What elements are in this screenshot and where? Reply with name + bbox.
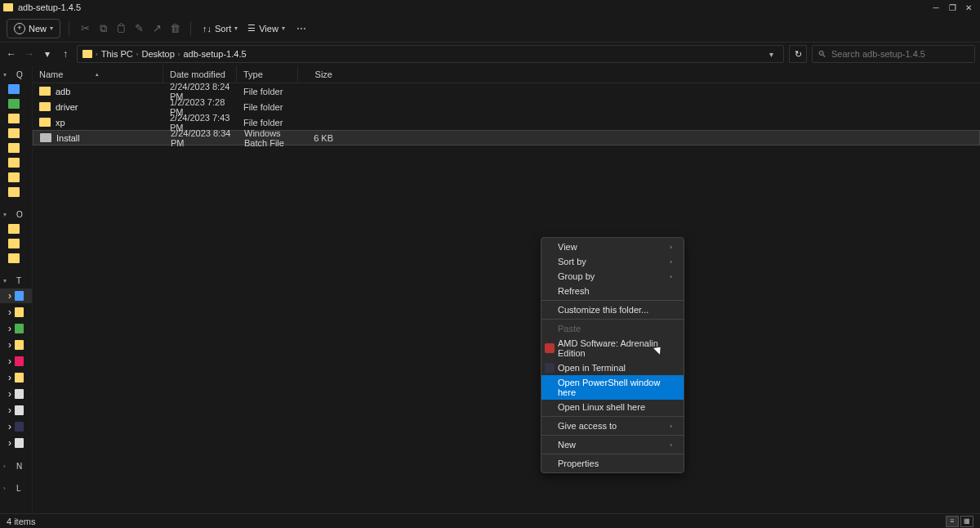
sidebar-item[interactable] [0,141,32,154]
sidebar-item[interactable]: › [0,354,32,369]
close-button[interactable]: ✕ [960,3,977,12]
sidebar-item[interactable] [0,252,32,265]
sort-asc-icon: ▴ [96,71,99,78]
sidebar-network[interactable]: ›N [0,460,32,472]
desktop-icon [15,291,24,301]
sidebar-item[interactable] [0,83,32,96]
forward-button[interactable]: → [23,48,36,60]
menu-group-by[interactable]: Group by› [541,269,684,284]
sidebar-onedrive[interactable]: ▾O [0,208,32,221]
sidebar-item[interactable] [0,171,32,184]
folder-icon [8,253,20,263]
view-button[interactable]: ☰ View ▾ [244,21,288,35]
col-size[interactable]: Size [298,65,339,83]
sidebar-item[interactable] [0,156,32,169]
sidebar-linux[interactable]: ›L [0,482,32,494]
file-row[interactable]: Install2/24/2023 8:34 PMWindows Batch Fi… [33,130,980,145]
cut-icon[interactable]: ✂ [78,21,92,36]
sidebar-this-pc[interactable]: ▾T [0,275,32,287]
sort-button[interactable]: ↑↓ Sort ▾ [199,22,241,35]
menu-sort-by[interactable]: Sort by› [541,254,684,269]
file-name: driver [56,102,78,112]
address-dropdown[interactable]: ▾ [764,50,778,59]
address-bar[interactable]: › This PC › Desktop › adb-setup-1.4.5 ▾ [77,45,784,63]
delete-icon[interactable]: 🗑︎ [167,21,182,36]
sidebar-item[interactable]: › [0,387,32,401]
chevron-right-icon: › [178,51,180,58]
sidebar-quick-access[interactable]: ▾Q [0,69,32,81]
sidebar-item[interactable]: › [0,419,32,434]
folder-icon [39,102,51,111]
recent-button[interactable]: ▾ [41,48,54,60]
maximize-button[interactable]: ❐ [944,3,960,12]
details-view-button[interactable]: ≡ [946,516,959,527]
more-button[interactable]: ⋯ [292,23,312,34]
menu-linux-shell[interactable]: Open Linux shell here [541,400,684,414]
file-type: File folder [237,118,298,128]
copy-icon[interactable]: ⧉ [96,21,110,36]
sidebar-item[interactable]: › [0,403,32,418]
sidebar-item[interactable]: › [0,305,32,320]
sidebar-item[interactable] [0,186,32,199]
file-name: xp [56,118,65,128]
window-title: adb-setup-1.4.5 [18,2,928,12]
status-item-count: 4 items [7,517,35,526]
divider [190,21,191,36]
sidebar-item[interactable]: › [0,370,32,385]
breadcrumb-mid[interactable]: Desktop [141,49,174,59]
menu-paste: Paste [541,321,684,336]
share-icon[interactable]: ↗ [149,21,164,36]
menu-terminal[interactable]: Open in Terminal [541,360,684,375]
nav-bar: ← → ▾ ↑ › This PC › Desktop › adb-setup-… [0,43,980,65]
sort-icon: ↑↓ [203,24,212,34]
menu-view[interactable]: View› [541,239,684,254]
menu-new[interactable]: New› [541,437,684,452]
drive-icon [15,438,24,448]
menu-separator [541,300,684,301]
breadcrumb-leaf[interactable]: adb-setup-1.4.5 [184,49,247,59]
folder-icon [8,128,20,138]
minimize-button[interactable]: ─ [928,3,944,12]
view-icon: ☰ [247,23,256,34]
sidebar-item[interactable]: › [0,321,32,336]
refresh-button[interactable]: ↻ [789,45,807,63]
drive-icon [15,422,24,432]
new-button[interactable]: + New ▾ [7,19,60,38]
sidebar-item[interactable] [0,97,32,110]
menu-separator [541,319,684,320]
file-name: Install [56,133,80,143]
file-type: File folder [237,102,298,112]
file-list-area[interactable]: Name▴ Date modified Type Size adb2/24/20… [33,65,980,513]
sidebar-item[interactable] [0,237,32,250]
context-menu: View› Sort by› Group by› Refresh Customi… [541,237,684,473]
up-button[interactable]: ↑ [59,48,72,60]
menu-amd[interactable]: AMD Software: Adrenalin Edition [541,336,684,360]
col-type[interactable]: Type [237,65,298,83]
batch-file-icon [40,133,51,142]
sidebar-item[interactable] [0,222,32,235]
breadcrumb-root[interactable]: This PC [101,49,133,59]
col-date[interactable]: Date modified [163,65,237,83]
menu-powershell[interactable]: Open PowerShell window here [541,375,684,400]
sidebar-item[interactable]: › [0,289,32,303]
back-button[interactable]: ← [5,48,18,60]
search-input[interactable]: 🔍︎ Search adb-setup-1.4.5 [812,45,975,63]
desktop-icon [8,84,20,94]
chevron-right-icon: › [670,273,672,280]
plus-icon: + [14,23,25,34]
menu-properties[interactable]: Properties [541,456,684,471]
sidebar-item[interactable] [0,127,32,140]
toolbar: + New ▾ ✂ ⧉ 📋︎ ✎ ↗ 🗑︎ ↑↓ Sort ▾ ☰ View ▾… [0,15,980,43]
chevron-right-icon: › [136,51,139,58]
rename-icon[interactable]: ✎ [131,21,146,36]
menu-customize[interactable]: Customize this folder... [541,302,684,317]
sidebar-item[interactable] [0,112,32,125]
folder-icon [15,340,24,350]
large-icons-button[interactable]: ▦ [960,516,973,527]
menu-give-access[interactable]: Give access to› [541,418,684,433]
sidebar-item[interactable]: › [0,436,32,450]
menu-refresh[interactable]: Refresh [541,284,684,298]
col-name[interactable]: Name▴ [33,65,163,83]
paste-icon[interactable]: 📋︎ [114,21,128,36]
sidebar-item[interactable]: › [0,338,32,352]
